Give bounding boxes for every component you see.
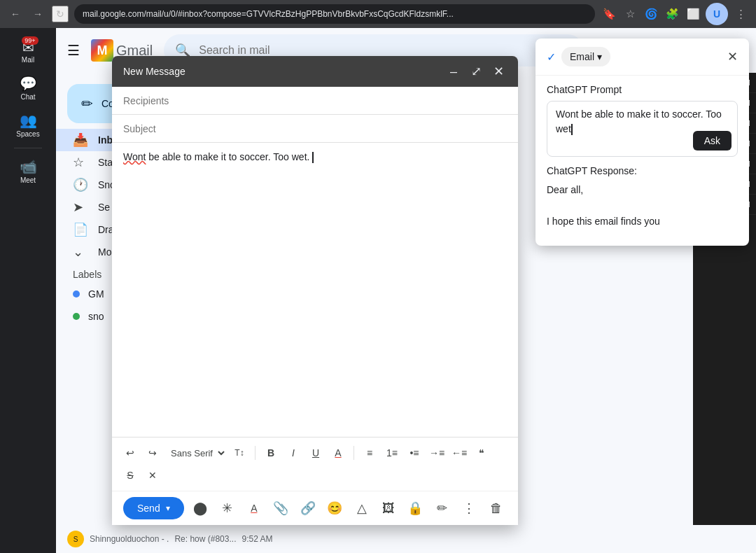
bottom-bar-email: Shinnguolduochon - . bbox=[90, 534, 169, 544]
browser-action-buttons: 🔖 ☆ 🌀 🧩 ⬜ U ⋮ bbox=[601, 3, 749, 25]
send-button[interactable]: Send ▾ bbox=[123, 497, 184, 519]
star-icon[interactable]: ☆ bbox=[622, 6, 638, 22]
sidebar-divider bbox=[14, 148, 42, 148]
hamburger-menu[interactable]: ☰ bbox=[67, 42, 80, 59]
forward-button[interactable]: → bbox=[29, 6, 46, 22]
shape-button[interactable]: △ bbox=[351, 497, 372, 519]
ask-button[interactable]: Ask bbox=[693, 131, 732, 150]
bottom-bar-time: 9:52 AM bbox=[241, 534, 272, 544]
extension-icon[interactable]: 🧩 bbox=[664, 6, 680, 22]
recipients-field[interactable] bbox=[112, 87, 518, 115]
strikethrough-button[interactable]: S bbox=[120, 465, 140, 485]
subject-input[interactable] bbox=[123, 123, 507, 134]
compose-icon: ✏ bbox=[81, 95, 93, 112]
font-size-button[interactable]: T↕ bbox=[230, 443, 249, 463]
browser-avatar[interactable]: U bbox=[706, 3, 728, 25]
sidebar: ✉ 99+ Mail 💬 Chat 👥 Spaces 📹 Meet bbox=[0, 28, 56, 553]
more-options-button[interactable]: ⋮ bbox=[458, 497, 479, 519]
minimize-button[interactable]: – bbox=[445, 63, 462, 80]
link-button[interactable]: 🔗 bbox=[297, 497, 318, 519]
text-cursor bbox=[312, 152, 314, 163]
back-button[interactable]: ← bbox=[7, 6, 24, 22]
close-compose-button[interactable]: ✕ bbox=[490, 63, 507, 80]
check-icon: ✓ bbox=[547, 50, 556, 64]
mail-badge-container: ✉ 99+ bbox=[22, 39, 34, 56]
chatgpt-body: ChatGPT Prompt Wont be able to make it t… bbox=[536, 76, 749, 237]
attach-button[interactable]: 📎 bbox=[270, 497, 291, 519]
inbox-label: Inb bbox=[98, 134, 113, 146]
recipients-input[interactable] bbox=[123, 95, 507, 106]
bookmark-icon[interactable]: 🔖 bbox=[601, 6, 617, 22]
italic-button[interactable]: I bbox=[284, 443, 303, 463]
menu-icon[interactable]: ⋮ bbox=[732, 6, 749, 22]
send-arrow-icon: ▾ bbox=[166, 503, 170, 513]
delete-draft-button[interactable]: 🗑 bbox=[486, 497, 507, 519]
ordered-list-button[interactable]: 1≡ bbox=[382, 443, 402, 463]
underline-button[interactable]: U bbox=[306, 443, 326, 463]
toolbar-separator-1 bbox=[255, 446, 255, 460]
prompt-cursor bbox=[571, 124, 573, 135]
compose-bottom: Send ▾ ⬤ ✳ A 📎 🔗 😊 △ 🖼 🔒 ✏ ⋮ 🗑 bbox=[112, 491, 518, 525]
label-gm-dot bbox=[73, 290, 80, 298]
body-underlined-text: Wont bbox=[123, 151, 146, 162]
subject-field[interactable] bbox=[112, 115, 518, 143]
chatgpt-response-label: ChatGPT Response: bbox=[547, 165, 738, 176]
font-color-button[interactable]: A bbox=[244, 497, 265, 519]
compose-header: New Message – ⤢ ✕ bbox=[112, 56, 518, 87]
unordered-list-button[interactable]: •≡ bbox=[405, 443, 424, 463]
undo-button[interactable]: ↩ bbox=[120, 443, 140, 463]
label-sno-text: sno bbox=[88, 311, 104, 322]
sidebar-chat-label: Chat bbox=[20, 93, 35, 101]
chatgpt-response-text: Dear all,I hope this email finds you bbox=[547, 182, 738, 229]
strikethrough-icon: S bbox=[127, 470, 133, 481]
outdent-button[interactable]: ←≡ bbox=[449, 443, 469, 463]
compose-header-actions: – ⤢ ✕ bbox=[445, 63, 507, 80]
emoji-button[interactable]: 😊 bbox=[324, 497, 345, 519]
image-button[interactable]: 🖼 bbox=[378, 497, 399, 519]
align-button[interactable]: ≡ bbox=[360, 443, 379, 463]
redo-button[interactable]: ↪ bbox=[143, 443, 162, 463]
sent-label: Se bbox=[98, 202, 110, 213]
chatgpt-close-button[interactable]: ✕ bbox=[727, 49, 738, 64]
ellipse-button[interactable]: ⬤ bbox=[190, 497, 211, 519]
lock-button[interactable]: 🔒 bbox=[405, 497, 426, 519]
inbox-icon: 📥 bbox=[73, 132, 87, 148]
sidebar-item-chat[interactable]: 💬 Chat bbox=[6, 71, 50, 105]
tab-icon[interactable]: ⬜ bbox=[685, 6, 701, 22]
sparkle-button[interactable]: ✳ bbox=[216, 497, 237, 519]
chatgpt-dropdown[interactable]: Email ▾ bbox=[561, 47, 610, 66]
url-bar[interactable] bbox=[74, 4, 595, 24]
signature-button[interactable]: ✏ bbox=[432, 497, 453, 519]
indent-button[interactable]: →≡ bbox=[427, 443, 447, 463]
label-gm-text: GM bbox=[88, 288, 104, 300]
font-selector[interactable]: Sans Serif bbox=[165, 446, 227, 461]
text-color-icon: A bbox=[335, 447, 341, 458]
sidebar-spaces-label: Spaces bbox=[16, 130, 39, 138]
reload-button[interactable]: ↻ bbox=[52, 6, 69, 22]
bottom-bar-avatar: S bbox=[67, 531, 84, 547]
compose-toolbar: ↩ ↪ Sans Serif T↕ B I U A ≡ 1≡ •≡ →≡ ←≡ … bbox=[112, 437, 518, 491]
chat-icon: 💬 bbox=[20, 75, 37, 92]
quote-button[interactable]: ❝ bbox=[472, 443, 491, 463]
meet-icon: 📹 bbox=[20, 158, 37, 175]
clear-format-button[interactable]: ✕ bbox=[143, 465, 162, 485]
text-color-button[interactable]: A bbox=[328, 443, 348, 463]
bold-button[interactable]: B bbox=[261, 443, 281, 463]
toolbar-separator-2 bbox=[354, 446, 354, 460]
sidebar-meet-label: Meet bbox=[20, 176, 36, 184]
bottom-bar: S Shinnguolduochon - . Re: how (#803... … bbox=[56, 525, 756, 553]
chatgpt-dropdown-chevron: ▾ bbox=[597, 51, 602, 62]
starred-label: Sta bbox=[98, 157, 113, 168]
chatgpt-prompt-area[interactable]: Wont be able to make it to soccer. Too w… bbox=[547, 101, 738, 157]
sidebar-mail-label: Mail bbox=[22, 56, 34, 64]
profile-icon[interactable]: 🌀 bbox=[643, 6, 659, 22]
starred-icon: ☆ bbox=[73, 155, 87, 170]
sidebar-item-mail[interactable]: ✉ 99+ Mail bbox=[6, 35, 50, 68]
search-input[interactable] bbox=[199, 44, 553, 57]
compose-body[interactable]: Wont be able to make it to soccer. Too w… bbox=[112, 143, 518, 437]
compose-title: New Message bbox=[123, 66, 186, 77]
sidebar-item-meet[interactable]: 📹 Meet bbox=[6, 154, 50, 188]
chatgpt-panel: ✓ Email ▾ ✕ ChatGPT Prompt Wont be able … bbox=[536, 38, 749, 246]
expand-button[interactable]: ⤢ bbox=[468, 63, 484, 80]
sidebar-item-spaces[interactable]: 👥 Spaces bbox=[6, 108, 50, 142]
